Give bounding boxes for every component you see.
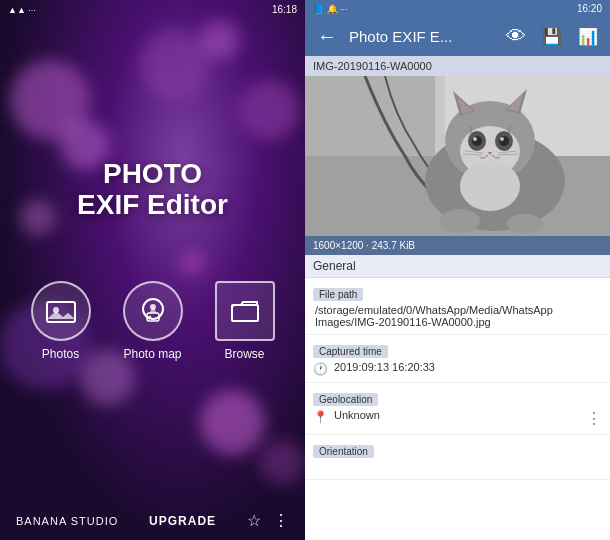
filename-text: IMG-20190116-WA0000 (313, 60, 432, 72)
geolocation-value: Unknown (332, 409, 382, 421)
chart-button[interactable]: 📊 (574, 25, 602, 48)
svg-point-6 (148, 315, 151, 318)
upgrade-button[interactable]: UPGRADE (149, 514, 216, 528)
photomap-icon (138, 296, 168, 326)
right-status-bar: 📘 🔔 ··· 16:20 (305, 0, 610, 17)
app-title-line1: PHOTO (103, 158, 202, 189)
orientation-value (313, 461, 602, 473)
browse-label: Browse (224, 347, 264, 361)
app-title: PHOTO EXIF Editor (77, 159, 228, 221)
svg-point-32 (507, 214, 543, 234)
toolbar-title: Photo EXIF E... (349, 28, 494, 45)
exif-fields-list[interactable]: File path /storage/emulated/0/WhatsApp/M… (305, 278, 610, 540)
right-status-left: 📘 🔔 ··· (313, 4, 348, 14)
nav-icons-row: Photos Photo map (31, 281, 275, 361)
field-captured-time: Captured time 🕐 2019:09:13 16:20:33 (305, 335, 610, 383)
browse-icon (231, 300, 259, 322)
filename-bar: IMG-20190116-WA0000 (305, 56, 610, 76)
nav-item-photo-map[interactable]: Photo map (123, 281, 183, 361)
svg-point-33 (460, 161, 520, 211)
back-button[interactable]: ← (313, 23, 341, 50)
left-status-bar: ▲▲ ··· 16:18 (0, 0, 305, 19)
bottom-icons: ☆ ⋮ (247, 511, 289, 530)
svg-point-31 (440, 209, 480, 233)
more-icon[interactable]: ⋮ (273, 511, 289, 530)
nav-item-browse[interactable]: Browse (215, 281, 275, 361)
browse-icon-square (215, 281, 275, 341)
right-status-time: 16:20 (577, 3, 602, 14)
file-path-value: /storage/emulated/0/WhatsApp/Media/Whats… (313, 304, 602, 328)
photo-preview (305, 76, 610, 236)
right-panel: 📘 🔔 ··· 16:20 ← Photo EXIF E... 👁 💾 📊 IM… (305, 0, 610, 540)
svg-point-25 (500, 137, 504, 141)
nav-item-photos[interactable]: Photos (31, 281, 91, 361)
svg-point-22 (472, 136, 482, 146)
section-general-header: General (305, 255, 610, 278)
star-icon[interactable]: ☆ (247, 511, 261, 530)
photos-icon-circle (31, 281, 91, 341)
field-orientation: Orientation (305, 435, 610, 480)
geolocation-menu-button[interactable]: ⋮ (586, 409, 602, 428)
svg-point-24 (473, 137, 477, 141)
save-button[interactable]: 💾 (538, 25, 566, 48)
svg-rect-8 (232, 305, 258, 321)
right-toolbar: ← Photo EXIF E... 👁 💾 📊 (305, 17, 610, 56)
file-path-label: File path (313, 288, 363, 301)
captured-time-value: 2019:09:13 16:20:33 (332, 361, 437, 373)
left-main-content: PHOTO EXIF Editor Photos (0, 19, 305, 501)
field-file-path: File path /storage/emulated/0/WhatsApp/M… (305, 278, 610, 335)
photomap-icon-circle (123, 281, 183, 341)
photos-label: Photos (42, 347, 79, 361)
svg-point-23 (499, 136, 509, 146)
left-status-time: 16:18 (272, 4, 297, 15)
cat-photo (305, 76, 610, 236)
left-bottom-bar: BANANA STUDIO UPGRADE ☆ ⋮ (0, 501, 305, 540)
orientation-label: Orientation (313, 445, 374, 458)
section-general-label: General (313, 259, 356, 273)
left-panel: ▲▲ ··· 16:18 PHOTO EXIF Editor Photos (0, 0, 305, 540)
field-geolocation: Geolocation 📍 Unknown ⋮ (305, 383, 610, 435)
captured-time-label: Captured time (313, 345, 388, 358)
studio-label: BANANA STUDIO (16, 515, 118, 527)
photo-meta-bar: 1600×1200 · 243.7 KiB (305, 236, 610, 255)
app-title-line2: EXIF Editor (77, 189, 228, 220)
photo-dimensions: 1600×1200 · 243.7 KiB (313, 240, 415, 251)
svg-marker-2 (47, 311, 75, 319)
left-status-left-icons: ▲▲ ··· (8, 5, 36, 15)
clock-icon: 🕐 (313, 362, 328, 376)
location-icon: 📍 (313, 410, 328, 424)
photos-icon (46, 299, 76, 323)
photomap-label: Photo map (123, 347, 181, 361)
eye-button[interactable]: 👁 (502, 23, 530, 50)
geolocation-label: Geolocation (313, 393, 378, 406)
